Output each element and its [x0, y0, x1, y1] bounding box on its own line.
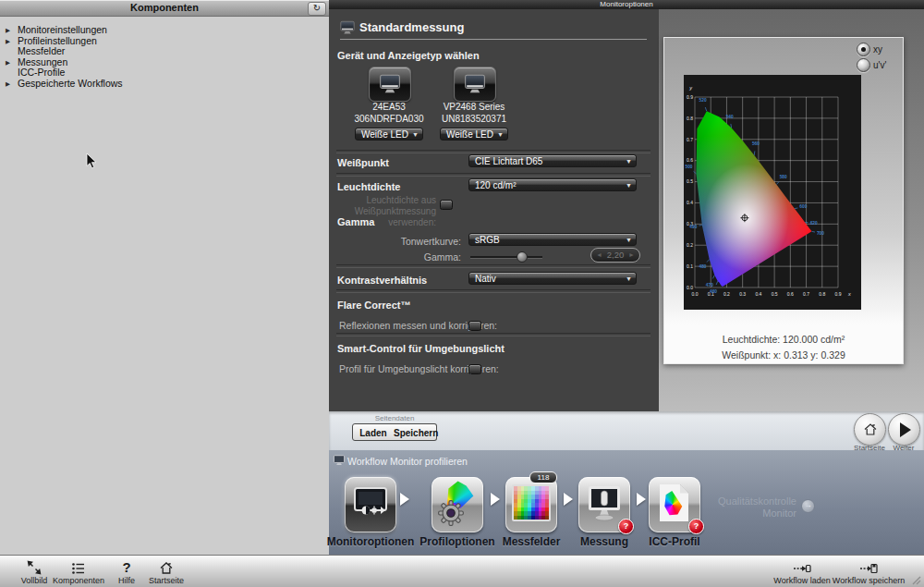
- toolbar-label: Komponenten: [46, 576, 111, 585]
- svg-text:0.5: 0.5: [687, 178, 693, 184]
- quality-control-go-icon[interactable]: →: [801, 499, 815, 513]
- header-rule: [340, 39, 647, 40]
- toolbar-label: Startseite: [139, 576, 194, 585]
- gamma-slider-thumb[interactable]: [517, 251, 528, 263]
- expand-arrow-icon[interactable]: ▶: [6, 57, 10, 68]
- separator: [336, 173, 650, 177]
- gamma-heading: Gamma: [337, 216, 374, 227]
- whitepoint-label: Weißpunkt: [337, 157, 389, 168]
- monitor-options-icon[interactable]: [345, 477, 396, 532]
- backlight-select-1[interactable]: Weiße LED▼: [355, 128, 423, 141]
- chromaticity-plot: 0.00.10.20.30.40.50.60.70.80.90.00.10.20…: [684, 75, 861, 310]
- workflow-save-icon: [832, 559, 906, 575]
- toolbar-workflow-laden[interactable]: Workflow laden: [770, 559, 834, 585]
- home-button[interactable]: [854, 413, 886, 446]
- tree-item-label: ICC-Profile: [18, 67, 65, 78]
- flare-checkbox[interactable]: [468, 321, 481, 331]
- toolbar-label: Workflow speichern: [832, 576, 906, 585]
- chromaticity-card: xy u'v' 0.00.10.20.30.40.50.60.70.80.90.…: [663, 37, 904, 364]
- svg-text:460: 460: [710, 289, 717, 294]
- gear-icon: [435, 497, 467, 529]
- tree-item-label: Messungen: [18, 56, 67, 67]
- whitepoint-readout: Weißpunkt: x: 0.313 y: 0.329: [664, 349, 903, 361]
- radio-uv[interactable]: [857, 58, 870, 72]
- page-data-bar: Seitendaten Laden Speichern Startseite W…: [329, 411, 924, 452]
- whitepoint-select[interactable]: CIE Lichtart D65▼: [468, 154, 637, 167]
- gamma-stepper[interactable]: ◄ 2,20 ►: [590, 248, 640, 263]
- svg-text:0.9: 0.9: [687, 94, 693, 100]
- radio-xy[interactable]: [857, 43, 870, 56]
- toolbar-komponenten[interactable]: Komponenten: [46, 559, 111, 585]
- label-line2: verwenden:: [388, 217, 436, 227]
- workflow-load-icon: [770, 559, 834, 575]
- device-button-2[interactable]: [454, 67, 496, 102]
- device-section-label: Gerät und Anzeigetyp wählen: [337, 50, 480, 61]
- flare-correct-heading: Flare Correct™: [337, 300, 410, 311]
- svg-text:0.8: 0.8: [819, 291, 825, 297]
- workflow-step-monitoroptionen[interactable]: Monitoroptionen: [326, 477, 415, 548]
- gamma-value: 2,20: [607, 250, 625, 260]
- tone-curve-label: Tonwertkurve:: [366, 236, 461, 247]
- profile-options-icon[interactable]: [432, 477, 483, 532]
- tone-curve-select[interactable]: sRGB▼: [468, 233, 637, 246]
- separator: [336, 264, 650, 268]
- luminance-readout: Leuchtdichte: 120.000 cd/m²: [664, 334, 903, 345]
- separator: [336, 150, 650, 153]
- contrast-select[interactable]: Nativ▼: [468, 272, 637, 285]
- main-title: Monitoroptionen: [329, 0, 924, 9]
- toolbar-label: Workflow laden: [770, 576, 834, 585]
- svg-text:600: 600: [799, 204, 807, 209]
- label-line1: Leuchtdichte aus Weißpunktmessung: [355, 195, 436, 216]
- backlight-select-2[interactable]: Weiße LED▼: [440, 128, 508, 141]
- svg-text:0.1: 0.1: [687, 263, 693, 269]
- svg-text:520: 520: [699, 98, 707, 103]
- tree-item-label: Gespeicherte Workflows: [18, 78, 123, 89]
- device-button-1[interactable]: [369, 67, 411, 102]
- application-window: Komponenten ↻ ▶Monitoreinstellungen ▶Pro…: [0, 0, 924, 587]
- svg-text:0.9: 0.9: [835, 291, 842, 297]
- refresh-icon[interactable]: ↻: [308, 2, 326, 16]
- separator: [336, 289, 650, 293]
- expand-arrow-icon[interactable]: ▶: [6, 25, 10, 36]
- luminance-from-whitepoint-checkbox[interactable]: [440, 200, 453, 210]
- tree-item-label: Monitoreinstellungen: [18, 24, 107, 35]
- stepper-decrement-icon[interactable]: ◄: [596, 249, 602, 262]
- whitepoint-value: CIE Lichtart D65: [475, 156, 542, 166]
- color-patch-grid-icon: [512, 484, 551, 521]
- luminance-select[interactable]: 120 cd/m²▼: [468, 178, 637, 191]
- measurement-icon[interactable]: ?: [578, 477, 630, 532]
- backlight-value: Weiße LED: [361, 129, 408, 140]
- smart-control-checkbox[interactable]: [468, 364, 481, 374]
- stepper-increment-icon[interactable]: ►: [628, 249, 635, 262]
- radio-uv-label: u'v': [873, 60, 886, 70]
- next-button[interactable]: [888, 413, 920, 446]
- patch-count-badge: 118: [529, 471, 557, 483]
- gamma-slider[interactable]: [470, 256, 542, 259]
- chart-region: xy u'v' 0.00.10.20.30.40.50.60.70.80.90.…: [659, 9, 924, 411]
- tree-item-gespeicherte-workflows[interactable]: ▶Gespeicherte Workflows: [0, 79, 329, 90]
- quality-line2: Monitor: [762, 508, 796, 519]
- svg-text:0.3: 0.3: [739, 291, 746, 297]
- device-serial: UN8183520371: [423, 114, 525, 124]
- load-button[interactable]: Laden: [352, 423, 395, 441]
- svg-text:0.2: 0.2: [687, 242, 693, 248]
- patches-icon[interactable]: 118: [505, 477, 557, 532]
- play-icon: [900, 422, 911, 437]
- chevron-down-icon: ▼: [412, 128, 419, 141]
- toolbar-startseite[interactable]: Startseite: [139, 559, 194, 585]
- resize-grip[interactable]: [909, 573, 921, 585]
- home-icon: [863, 422, 878, 436]
- svg-text:700: 700: [817, 231, 824, 236]
- expand-arrow-icon[interactable]: ▶: [6, 79, 10, 90]
- contrast-label: Kontrastverhältnis: [337, 275, 427, 286]
- chevron-down-icon: ▼: [626, 234, 632, 247]
- contrast-value: Nativ: [475, 274, 496, 284]
- workflow-step-label: ICC-Profil: [630, 535, 719, 548]
- svg-text:x: x: [847, 291, 851, 297]
- expand-arrow-icon[interactable]: ▶: [6, 36, 10, 47]
- svg-text:0.0: 0.0: [692, 291, 699, 297]
- chevron-down-icon: ▼: [626, 179, 632, 192]
- quality-control-label: Qualitätskontrolle Monitor: [681, 495, 796, 520]
- save-button[interactable]: Speichern: [394, 423, 437, 441]
- toolbar-workflow-speichern[interactable]: Workflow speichern: [832, 559, 906, 585]
